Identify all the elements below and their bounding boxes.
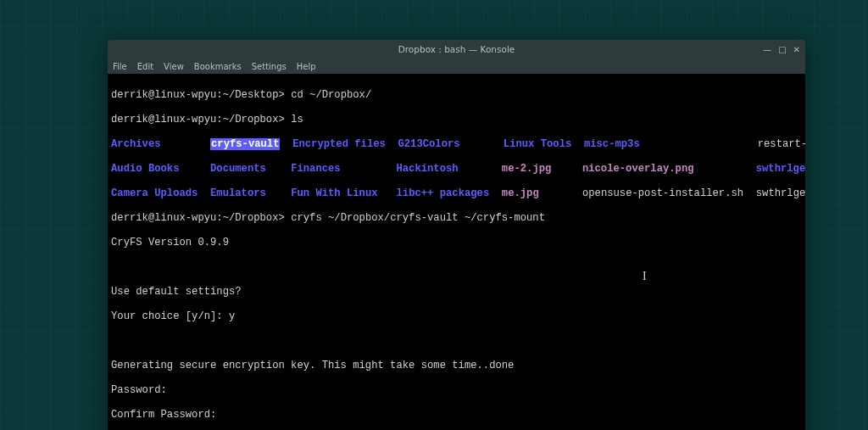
- output-version: CryFS Version 0.9.9: [111, 237, 802, 249]
- terminal[interactable]: derrik@linux-wpyu:~/Desktop> cd ~/Dropbo…: [108, 74, 805, 430]
- ls-dir: Audio Books: [111, 163, 179, 175]
- ls-file: swthrlgeb-: [756, 187, 805, 199]
- text-cursor-icon: I: [643, 271, 647, 283]
- ls-file: restart-se: [758, 138, 805, 150]
- ls-dir: Hackintosh: [396, 163, 458, 175]
- minimize-button[interactable]: —: [763, 45, 771, 54]
- ls-dir: swthrlgeb: [756, 163, 805, 175]
- window-titlebar[interactable]: Dropbox : bash — Konsole — □ ✕: [108, 40, 805, 59]
- ls-img: me-2.jpg: [502, 163, 552, 175]
- output-q1: Use default settings?: [111, 286, 802, 299]
- ls-dir: Finances: [291, 163, 341, 175]
- menu-file[interactable]: File: [113, 62, 127, 71]
- ls-file: opensuse-post-installer.sh: [582, 187, 743, 199]
- blank: [111, 335, 802, 348]
- ls-dir: G213Colors: [398, 138, 459, 150]
- menu-settings[interactable]: Settings: [252, 62, 287, 71]
- ls-row: Archives cryfs-vault Encrypted files G21…: [111, 138, 802, 151]
- menu-view[interactable]: View: [164, 62, 184, 71]
- ls-dir: libc++ packages: [397, 187, 490, 199]
- menu-bookmarks[interactable]: Bookmarks: [194, 62, 242, 71]
- term-line: derrik@linux-wpyu:~/Dropbox> cryfs ~/Dro…: [111, 212, 802, 225]
- term-line: derrik@linux-wpyu:~/Dropbox> ls: [111, 114, 802, 126]
- menu-help[interactable]: Help: [297, 62, 316, 71]
- ls-dir: Archives: [111, 138, 161, 150]
- maximize-button[interactable]: □: [778, 45, 786, 54]
- ls-dir: Encrypted files: [292, 138, 386, 150]
- ls-dir: misc-mp3s: [584, 138, 640, 150]
- cmd-cd: cd ~/Dropbox/: [291, 89, 371, 101]
- close-button[interactable]: ✕: [793, 45, 800, 54]
- window-title: Dropbox : bash — Konsole: [398, 44, 515, 54]
- ls-dir: Emulators: [210, 187, 266, 199]
- cmd-ls: ls: [291, 114, 303, 126]
- blank: [111, 261, 802, 274]
- prompt: derrik@linux-wpyu:~/Dropbox>: [111, 212, 285, 224]
- ls-dir: Camera Uploads: [111, 187, 198, 199]
- prompt: derrik@linux-wpyu:~/Dropbox>: [111, 114, 285, 126]
- konsole-window: Dropbox : bash — Konsole — □ ✕ File Edit…: [108, 40, 805, 430]
- ls-row: Audio Books Documents Finances Hackintos…: [111, 163, 802, 176]
- prompt: derrik@linux-wpyu:~/Desktop>: [111, 89, 285, 101]
- ls-dir: Documents: [210, 163, 266, 175]
- ls-row: Camera Uploads Emulators Fun With Linux …: [111, 187, 802, 200]
- output-gen: Generating secure encryption key. This m…: [111, 360, 802, 372]
- output-q2: Your choice [y/n]: y: [111, 310, 802, 323]
- ls-dir-selected: cryfs-vault: [210, 138, 280, 150]
- output-cpw: Confirm Password:: [111, 409, 802, 422]
- window-controls: — □ ✕: [763, 40, 800, 59]
- ls-dir: Fun With Linux: [291, 187, 377, 199]
- ls-img: nicole-overlay.png: [582, 163, 694, 175]
- menubar: File Edit View Bookmarks Settings Help: [108, 59, 805, 74]
- menu-edit[interactable]: Edit: [137, 62, 153, 71]
- output-pw: Password:: [111, 384, 802, 397]
- term-line: derrik@linux-wpyu:~/Desktop> cd ~/Dropbo…: [111, 89, 802, 102]
- ls-img: me.jpg: [502, 187, 539, 199]
- ls-dir: Linux Tools: [504, 138, 571, 150]
- cmd-cryfs: cryfs ~/Dropbox/cryfs-vault ~/cryfs-moun…: [291, 212, 545, 224]
